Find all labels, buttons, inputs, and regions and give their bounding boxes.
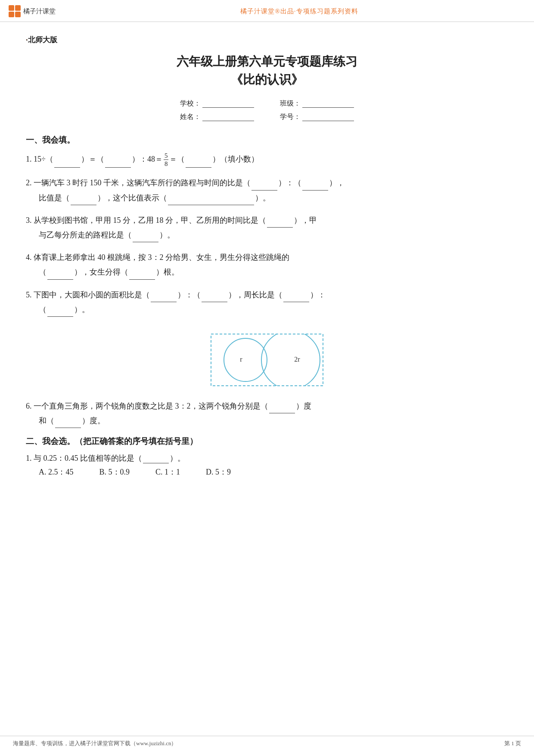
section1-title: 一、我会填。 bbox=[26, 134, 508, 146]
q1-num: 1. 15÷（ bbox=[26, 155, 53, 163]
title-block: 六年级上册第六单元专项题库练习 《比的认识》 bbox=[26, 53, 508, 89]
large-r-label: 2r bbox=[294, 356, 300, 363]
q3-blank1[interactable] bbox=[267, 219, 293, 228]
question-6: 6. 一个直角三角形，两个锐角的度数之比是 3：2，这两个锐角分别是（）度 和（… bbox=[26, 399, 508, 428]
logo-area: 橘子汁课堂 bbox=[9, 5, 78, 17]
name-input-line[interactable] bbox=[202, 113, 254, 121]
question-4: 4. 体育课上老师拿出 40 根跳绳，按 3：2 分给男、女生，男生分得这些跳绳… bbox=[26, 250, 508, 279]
form-fields: 学校： 班级： 姓名： 学号： bbox=[26, 99, 508, 122]
choice-q1-blank[interactable] bbox=[143, 455, 169, 463]
class-label: 班级： bbox=[280, 99, 301, 108]
logo-text: 橘子汁课堂 bbox=[23, 7, 56, 16]
school-label: 学校： bbox=[180, 99, 201, 108]
q2-line1: 2. 一辆汽车 3 时行 150 千米，这辆汽车所行的路程与时间的比是（）：（）… bbox=[26, 175, 508, 190]
q6-line2: 和（）度。 bbox=[39, 413, 508, 428]
q6-line1: 6. 一个直角三角形，两个锐角的度数之比是 3：2，这两个锐角分别是（）度 bbox=[26, 399, 508, 413]
id-field: 学号： bbox=[280, 112, 354, 122]
class-field: 班级： bbox=[280, 99, 354, 108]
q5-blank2[interactable] bbox=[202, 294, 227, 302]
q6-blank2[interactable] bbox=[55, 419, 81, 428]
q4-blank2[interactable] bbox=[129, 271, 155, 280]
name-label: 姓名： bbox=[180, 112, 201, 122]
section2-title: 二、我会选。（把正确答案的序号填在括号里） bbox=[26, 436, 508, 447]
class-input-line[interactable] bbox=[302, 100, 354, 108]
main-content: ··北师大版 六年级上册第六单元专项题库练习 《比的认识》 学校： 班级： 姓名… bbox=[0, 22, 534, 512]
q4-blank1[interactable] bbox=[47, 271, 73, 280]
choice-question-1: 1. 与 0.25：0.45 比值相等的比是（）。 A. 2.5：45 B. 5… bbox=[26, 453, 508, 477]
q5-line2: （）。 bbox=[39, 302, 508, 317]
choice-option-d[interactable]: D. 5：9 bbox=[206, 467, 231, 477]
choice-q1-text: 1. 与 0.25：0.45 比值相等的比是（）。 bbox=[26, 453, 508, 463]
svg-point-2 bbox=[261, 331, 320, 389]
question-5: 5. 下图中，大圆和小圆的面积比是（）：（），周长比是（）： （）。 bbox=[26, 287, 508, 317]
header: 橘子汁课堂 橘子汁课堂®出品·专项练习题系列资料 bbox=[0, 0, 534, 22]
diagram-svg: r 2r bbox=[207, 325, 327, 394]
circle-diagram: r 2r bbox=[26, 325, 508, 394]
q2-blank3[interactable] bbox=[71, 197, 96, 205]
footer-left: 海量题库、专项训练，进入橘子汁课堂官网下载（www.juzizhi.cn） bbox=[13, 740, 177, 747]
q2-blank4[interactable] bbox=[168, 197, 254, 205]
main-title-line2: 《比的认识》 bbox=[26, 71, 508, 89]
id-input-line[interactable] bbox=[302, 113, 354, 121]
form-row-1: 学校： 班级： bbox=[180, 99, 354, 108]
choice-option-a[interactable]: A. 2.5：45 bbox=[39, 467, 74, 477]
q1-fraction: 58 bbox=[164, 152, 169, 168]
logo-icon bbox=[9, 5, 21, 17]
q2-line2: 比值是（），这个比值表示（）。 bbox=[39, 191, 508, 205]
q3-blank2[interactable] bbox=[133, 234, 158, 242]
q3-line2: 与乙每分所走的路程比是（）。 bbox=[39, 228, 508, 242]
q5-blank1[interactable] bbox=[151, 294, 177, 302]
q5-blank3[interactable] bbox=[283, 294, 309, 302]
form-row-2: 姓名： 学号： bbox=[180, 112, 354, 122]
q5-blank4[interactable] bbox=[47, 308, 73, 317]
name-field: 姓名： bbox=[180, 112, 254, 122]
edition-label: ··北师大版 bbox=[26, 35, 508, 45]
q1-blank1[interactable] bbox=[54, 159, 80, 168]
q1-blank3[interactable] bbox=[186, 159, 211, 168]
q4-line2: （），女生分得（）根。 bbox=[39, 265, 508, 279]
q6-blank1[interactable] bbox=[269, 405, 295, 413]
svg-point-1 bbox=[224, 338, 267, 381]
header-center-text: 橘子汁课堂®出品·专项练习题系列资料 bbox=[78, 7, 521, 16]
main-title-line1: 六年级上册第六单元专项题库练习 bbox=[26, 53, 508, 71]
school-field: 学校： bbox=[180, 99, 254, 108]
q3-line1: 3. 从学校到图书馆，甲用 15 分，乙用 18 分，甲、乙所用的时间比是（），… bbox=[26, 213, 508, 228]
choice-q1-options: A. 2.5：45 B. 5：0.9 C. 1：1 D. 5：9 bbox=[39, 467, 508, 477]
choice-option-b[interactable]: B. 5：0.9 bbox=[99, 467, 130, 477]
question-3: 3. 从学校到图书馆，甲用 15 分，乙用 18 分，甲、乙所用的时间比是（），… bbox=[26, 213, 508, 242]
question-1: 1. 15÷（）＝（）：48＝58＝（）（填小数） bbox=[26, 152, 508, 168]
q1-blank2[interactable] bbox=[105, 159, 131, 168]
choice-option-c[interactable]: C. 1：1 bbox=[155, 467, 180, 477]
q5-line1: 5. 下图中，大圆和小圆的面积比是（）：（），周长比是（）： bbox=[26, 287, 508, 302]
q2-blank2[interactable] bbox=[302, 182, 328, 191]
footer-right: 第 1 页 bbox=[504, 740, 521, 747]
school-input-line[interactable] bbox=[202, 100, 254, 108]
small-r-label: r bbox=[240, 356, 242, 363]
q4-line1: 4. 体育课上老师拿出 40 根跳绳，按 3：2 分给男、女生，男生分得这些跳绳… bbox=[26, 250, 508, 265]
question-2: 2. 一辆汽车 3 时行 150 千米，这辆汽车所行的路程与时间的比是（）：（）… bbox=[26, 175, 508, 205]
q2-blank1[interactable] bbox=[251, 182, 277, 191]
footer: 海量题库、专项训练，进入橘子汁课堂官网下载（www.juzizhi.cn） 第 … bbox=[0, 736, 534, 747]
id-label: 学号： bbox=[280, 112, 301, 122]
